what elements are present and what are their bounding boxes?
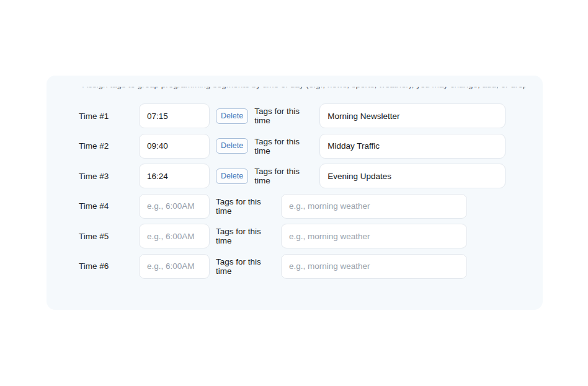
tags-for-time-label: Tags for this time bbox=[254, 137, 313, 156]
tags-for-time-label: Tags for this time bbox=[216, 197, 275, 216]
time-row-label: Time #3 bbox=[79, 172, 139, 181]
clipped-description-text: Assign tags to group programming segment… bbox=[82, 87, 525, 92]
delete-button[interactable]: Delete bbox=[216, 108, 248, 124]
tags-input[interactable] bbox=[319, 164, 506, 188]
time-row: Time #3 Delete Tags for this time bbox=[79, 164, 506, 188]
time-rows-list: Time #1 Delete Tags for this time Time #… bbox=[79, 103, 506, 284]
time-row: Time #4 Tags for this time bbox=[79, 194, 506, 219]
tags-input[interactable] bbox=[281, 254, 467, 279]
time-row: Time #5 Tags for this time bbox=[79, 224, 506, 248]
time-input[interactable] bbox=[139, 254, 210, 279]
tags-input[interactable] bbox=[319, 103, 506, 128]
time-row-label: Time #4 bbox=[79, 201, 139, 211]
clipped-description-line: Assign tags to group programming segment… bbox=[82, 87, 525, 91]
tags-input[interactable] bbox=[281, 194, 467, 219]
tags-for-time-label: Tags for this time bbox=[254, 167, 313, 185]
time-input[interactable] bbox=[139, 164, 210, 188]
tags-for-time-label: Tags for this time bbox=[216, 257, 275, 276]
time-input[interactable] bbox=[139, 103, 210, 128]
tags-input[interactable] bbox=[319, 134, 506, 159]
time-row-label: Time #5 bbox=[79, 232, 139, 241]
tags-input[interactable] bbox=[281, 224, 467, 248]
time-row: Time #6 Tags for this time bbox=[79, 254, 506, 279]
time-row: Time #1 Delete Tags for this time bbox=[79, 103, 506, 128]
delete-button[interactable]: Delete bbox=[216, 138, 248, 154]
delete-button[interactable]: Delete bbox=[216, 169, 248, 184]
time-row: Time #2 Delete Tags for this time bbox=[79, 134, 506, 159]
time-input[interactable] bbox=[139, 134, 210, 159]
time-input[interactable] bbox=[139, 224, 210, 248]
tags-for-time-label: Tags for this time bbox=[216, 227, 275, 245]
time-row-label: Time #2 bbox=[79, 141, 139, 151]
time-row-label: Time #6 bbox=[79, 261, 139, 271]
time-row-label: Time #1 bbox=[79, 112, 139, 121]
schedule-card: Assign tags to group programming segment… bbox=[47, 76, 543, 310]
tags-for-time-label: Tags for this time bbox=[254, 107, 313, 125]
time-input[interactable] bbox=[139, 194, 210, 219]
